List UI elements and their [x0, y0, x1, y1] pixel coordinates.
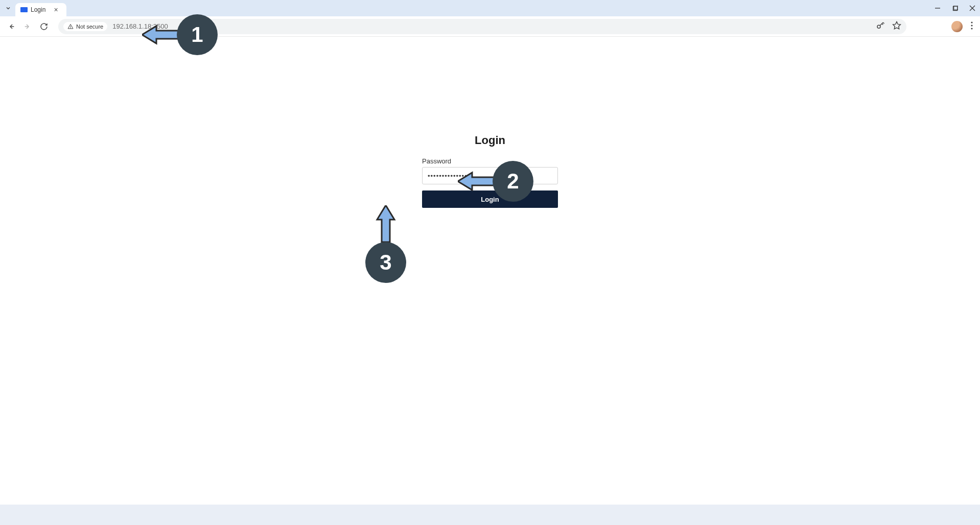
forward-button[interactable]: [20, 19, 35, 34]
profile-avatar[interactable]: [951, 21, 963, 32]
svg-marker-15: [458, 173, 495, 190]
svg-point-12: [971, 25, 972, 26]
warning-icon: [67, 23, 74, 30]
tab-close-icon[interactable]: ×: [54, 6, 58, 14]
bookmark-star-icon[interactable]: [892, 21, 901, 32]
tab-favicon-icon: [20, 7, 28, 12]
svg-point-13: [971, 28, 972, 29]
tab-title: Login: [31, 6, 45, 13]
annotation-number-2: 2: [507, 169, 519, 194]
chrome-menu-icon[interactable]: [971, 21, 973, 32]
back-button[interactable]: [4, 19, 18, 34]
security-label: Not secure: [76, 23, 103, 30]
password-label: Password: [422, 157, 558, 165]
page-content: Login Password Login 1 2 3: [0, 37, 980, 525]
svg-point-11: [971, 21, 972, 23]
svg-point-8: [71, 28, 71, 28]
window-close-icon[interactable]: [969, 5, 976, 12]
svg-point-9: [877, 25, 880, 28]
bottom-bar: [0, 505, 980, 525]
annotation-number-3: 3: [380, 250, 391, 275]
reload-button[interactable]: [37, 19, 51, 34]
svg-marker-10: [893, 21, 901, 29]
svg-marker-16: [377, 205, 394, 242]
browser-tab[interactable]: Login ×: [15, 3, 66, 16]
tab-search-button[interactable]: [3, 3, 13, 13]
security-chip[interactable]: Not secure: [63, 22, 107, 31]
annotation-number-1: 1: [191, 22, 203, 47]
svg-marker-14: [142, 26, 179, 43]
browser-tab-strip: Login ×: [0, 0, 980, 16]
window-maximize-icon[interactable]: [951, 5, 959, 12]
login-title: Login: [422, 134, 558, 147]
password-key-icon[interactable]: [876, 21, 885, 32]
window-minimize-icon[interactable]: [934, 5, 941, 12]
